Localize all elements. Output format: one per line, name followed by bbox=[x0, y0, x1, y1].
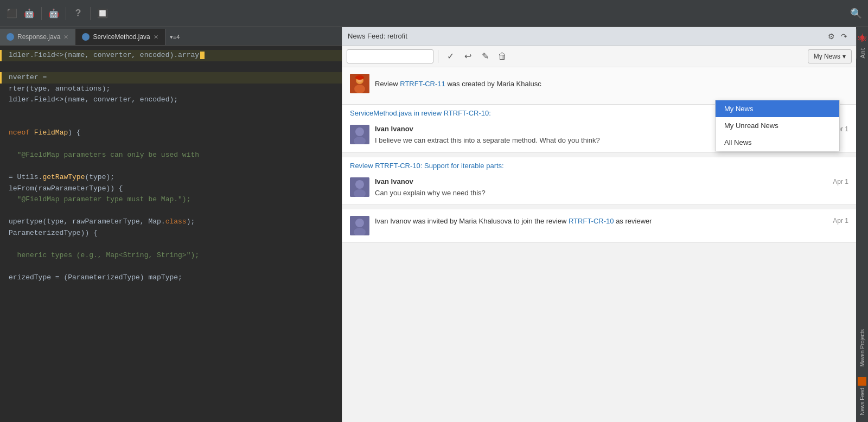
news-item-header-1: Review RTRFT-CR-11 was created by Maria … bbox=[350, 74, 848, 93]
code-line-8: nceof FieldMap) { bbox=[0, 127, 342, 139]
news-link-cr11[interactable]: RTRFT-CR-11 bbox=[400, 80, 445, 88]
comment-text-2: Can you explain why we need this? bbox=[375, 188, 848, 199]
news-feed-badge bbox=[858, 377, 866, 386]
news-item-1: Review RTRFT-CR-11 was created by Maria … bbox=[342, 67, 856, 105]
comment-author-2: Ivan Ivanov bbox=[375, 177, 413, 186]
code-line-12: = Utils.getRawType(type); bbox=[0, 172, 342, 183]
toolbar-icon-help[interactable]: ? bbox=[71, 6, 86, 21]
tab-more[interactable]: ▾≡4 bbox=[165, 29, 184, 45]
toolbar-separator-3 bbox=[90, 7, 91, 20]
avatar-ivan-3 bbox=[350, 216, 369, 235]
code-line-14: "@FieldMap parameter type must be Map.")… bbox=[0, 194, 342, 206]
news-feed-label: News Feed bbox=[859, 388, 865, 415]
checkmark-button[interactable]: ✓ bbox=[443, 49, 458, 64]
code-line-19: heneric types (e.g., Map<String, String>… bbox=[0, 250, 342, 261]
code-line-18 bbox=[0, 239, 342, 250]
ant-label: Ant bbox=[859, 48, 866, 59]
news-item-date-4: Apr 1 bbox=[833, 217, 848, 225]
code-area: ldler.Field<>(name, converter, encoded).… bbox=[0, 46, 342, 422]
svg-point-9 bbox=[355, 180, 364, 189]
comment-author-line-2: Ivan Ivanov Apr 1 bbox=[375, 177, 848, 186]
code-line-9 bbox=[0, 139, 342, 150]
news-link-cr10-invite[interactable]: RTRFT-CR-10 bbox=[569, 217, 614, 225]
sidebar-maven-projects[interactable]: Maven Projects bbox=[859, 327, 865, 369]
tab-bar: Response.java ✕ ServiceMethod.java ✕ ▾≡4 bbox=[0, 27, 342, 46]
news-toolbar: 🔍▾ ✓ ↩ ✎ 🗑 My News ▾ bbox=[342, 46, 856, 67]
right-sidebar: 🕷 Ant Maven Projects News Feed bbox=[856, 27, 868, 422]
news-item-text-1: Review RTRFT-CR-11 was created by Maria … bbox=[375, 80, 541, 88]
edit-button[interactable]: ✎ bbox=[477, 49, 493, 64]
tab-label-response: Response.java bbox=[17, 33, 60, 41]
code-line-3: nverter = bbox=[0, 72, 342, 84]
search-icon-top[interactable]: 🔍 bbox=[848, 6, 864, 21]
toolbar-separator-2 bbox=[66, 7, 66, 20]
code-line-1: ldler.Field<>(name, converter, encoded).… bbox=[0, 50, 342, 61]
search-wrap: 🔍▾ bbox=[347, 49, 433, 63]
svg-point-12 bbox=[355, 219, 364, 227]
code-line-4: rter(type, annotations); bbox=[0, 84, 342, 95]
code-line-13: leFrom(rawParameterType)) { bbox=[0, 183, 342, 195]
tab-more-label: ▾≡4 bbox=[170, 34, 180, 41]
tab-response-java[interactable]: Response.java ✕ bbox=[0, 29, 75, 45]
code-line-11 bbox=[0, 161, 342, 172]
sidebar-news-feed[interactable]: News Feed bbox=[858, 375, 866, 418]
svg-point-4 bbox=[355, 75, 364, 80]
comment-content-2: Ivan Ivanov Apr 1 Can you explain why we… bbox=[375, 177, 848, 199]
dropdown-item-my-news[interactable]: My News bbox=[716, 100, 839, 117]
toolbar-icon-4[interactable]: 🔲 bbox=[95, 6, 110, 21]
gear-icon[interactable]: ⚙ bbox=[825, 30, 838, 43]
news-comment-link-1[interactable]: ServiceMethod.java in review RTRFT-CR-10… bbox=[350, 109, 491, 117]
chevron-down-icon: ▾ bbox=[843, 53, 846, 60]
tab-icon-response bbox=[7, 33, 14, 41]
code-line-16: upertype(type, rawParameterType, Map.cla… bbox=[0, 216, 342, 228]
main-area: Response.java ✕ ServiceMethod.java ✕ ▾≡4… bbox=[0, 27, 868, 422]
tab-servicemethod-java[interactable]: ServiceMethod.java ✕ bbox=[75, 29, 165, 45]
toolbar-icon-2[interactable]: 🤖 bbox=[22, 6, 37, 21]
svg-point-6 bbox=[355, 127, 364, 136]
back-button[interactable]: ↩ bbox=[460, 49, 475, 64]
toolbar-separator-1 bbox=[41, 7, 42, 20]
filter-label: My News bbox=[814, 53, 840, 60]
tab-close-response[interactable]: ✕ bbox=[63, 34, 68, 41]
ant-sidebar: 🕷 Ant bbox=[856, 29, 868, 59]
toolbar-icon-1[interactable]: ⬛ bbox=[4, 6, 20, 21]
tab-label-service: ServiceMethod.java bbox=[93, 33, 150, 41]
news-comment-header-2[interactable]: Review RTRFT-CR-10: Support for iterable… bbox=[350, 157, 848, 173]
code-line-17: ParameterizedType)) { bbox=[0, 228, 342, 239]
comment-date-2: Apr 1 bbox=[833, 178, 848, 186]
svg-point-2 bbox=[354, 85, 365, 93]
comment-author-1: Ivan Ivanov bbox=[375, 125, 413, 133]
delete-button[interactable]: 🗑 bbox=[495, 49, 510, 64]
code-line-10: "@FieldMap parameters can only be used w… bbox=[0, 150, 342, 161]
news-item-text-4: Ivan Ivanov was invited by Maria Khaluso… bbox=[375, 217, 652, 225]
code-line-7 bbox=[0, 117, 342, 127]
filter-dropdown-button[interactable]: My News ▾ bbox=[808, 49, 852, 63]
code-line-2 bbox=[0, 61, 342, 72]
news-item-4: Ivan Ivanov was invited by Maria Khaluso… bbox=[342, 209, 856, 242]
news-comment-link-cr10[interactable]: RTRFT-CR-10 bbox=[375, 162, 420, 170]
comment-row-2: Ivan Ivanov Apr 1 Can you explain why we… bbox=[350, 173, 848, 205]
sidebar-items: Maven Projects News Feed bbox=[858, 60, 866, 422]
editor-area: Response.java ✕ ServiceMethod.java ✕ ▾≡4… bbox=[0, 27, 342, 422]
tab-close-service[interactable]: ✕ bbox=[154, 34, 158, 41]
news-header-title: News Feed: retrofit bbox=[348, 32, 407, 40]
avatar-ivan-2 bbox=[350, 177, 369, 197]
code-line-6 bbox=[0, 106, 342, 117]
dropdown-item-unread-news[interactable]: My Unread News bbox=[716, 117, 839, 134]
pin-icon[interactable]: ↷ bbox=[838, 30, 851, 43]
avatar-ivan-1 bbox=[350, 125, 369, 144]
news-search-input[interactable] bbox=[347, 49, 433, 63]
code-line-5: ldler.Field<>(name, converter, encoded); bbox=[0, 94, 342, 106]
filter-dropdown: My News My Unread News All News bbox=[715, 100, 840, 151]
toolbar-icon-3[interactable]: 🤖 bbox=[46, 6, 61, 21]
code-line-15 bbox=[0, 206, 342, 216]
avatar-mk bbox=[350, 74, 369, 93]
maven-projects-label: Maven Projects bbox=[859, 329, 865, 367]
news-panel: News Feed: retrofit ⚙ ↷ 🔍▾ ✓ ↩ ✎ 🗑 My Ne… bbox=[342, 27, 856, 422]
top-toolbar: ⬛ 🤖 🤖 ? 🔲 🔍 bbox=[0, 0, 868, 27]
dropdown-item-all-news[interactable]: All News bbox=[716, 134, 839, 151]
code-line-21: erizedType = (ParameterizedType) mapType… bbox=[0, 272, 342, 284]
spider-icon: 🕷 bbox=[858, 34, 867, 43]
news-header: News Feed: retrofit ⚙ ↷ bbox=[342, 27, 856, 46]
code-line-20 bbox=[0, 261, 342, 272]
